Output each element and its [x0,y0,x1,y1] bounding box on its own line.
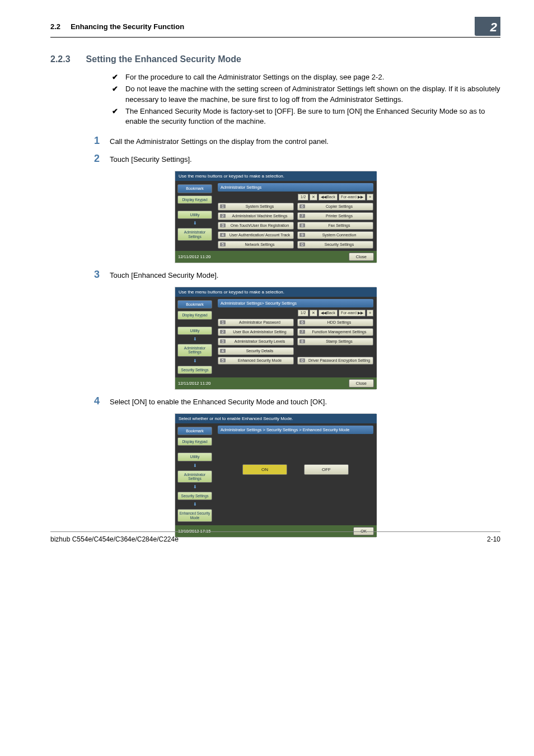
check-item: For the procedure to call the Administra… [112,72,500,83]
page-footer: bizhub C554e/C454e/C364e/C284e/C224e 2-1… [50,531,500,543]
panel-sidebar: Bookmark Display Keypad Utility ⬇ Admini… [175,181,214,251]
pane-title: Administrator Settings [218,183,373,192]
checkmark-list: For the procedure to call the Administra… [112,72,500,127]
step-number: 4 [90,395,100,408]
menu-item[interactable]: 5Enhanced Security Mode [218,357,294,365]
arrow-down-icon: ⬇ [177,464,212,468]
menu-item[interactable]: 7Function Management Settings [297,328,373,336]
enhanced-security-mode-panel: Select whether or not to enable Enhanced… [175,413,376,538]
back-button[interactable]: ◀◀Back [318,194,338,200]
utility-button[interactable]: Utility [177,326,212,335]
arrow-down-icon: ⬇ [177,502,212,507]
off-button[interactable]: OFF [304,464,349,475]
list-icon[interactable]: ≡ [367,310,373,316]
timestamp: 12/11/2012 11:20 [178,381,210,386]
back-button[interactable]: ✕ [310,310,317,316]
step-text: Call the Administrator Settings on the d… [110,135,329,147]
admin-settings-panel: Use the menu buttons or keypad to make a… [175,171,376,263]
chapter-badge: 2 [475,17,500,36]
menu-item[interactable]: 4User Authentication/ Account Track [218,231,294,239]
step-text: Select [ON] to enable the Enhanced Secur… [110,395,327,408]
menu-item[interactable]: 5Network Settings [218,241,294,249]
menu-item[interactable]: 1Administrator Password [218,319,294,326]
step-number: 1 [90,135,100,147]
menu-item[interactable]: 8Fax Settings [297,222,373,230]
display-keypad-button[interactable]: Display Keypad [177,311,212,319]
security-settings-button[interactable]: Security Settings [177,366,212,374]
arrow-down-icon: ⬇ [177,221,212,226]
menu-item[interactable]: 8Stamp Settings [297,338,373,346]
panel-sidebar: Bookmark Display Keypad Utility ⬇ Admini… [175,297,214,377]
page-indicator: 1/2 [298,310,309,316]
check-item: The Enhanced Security Mode is factory-se… [112,106,500,128]
back-button[interactable]: ✕ [310,194,317,200]
page-indicator: 1/2 [298,194,309,200]
menu-item[interactable]: 3One-Touch/User Box Registration [218,222,294,230]
admin-settings-button[interactable]: Administrator Settings [177,228,212,240]
panel-sidebar: Bookmark Display Keypad Utility ⬇ Admini… [175,423,214,525]
panel-instruction: Use the menu buttons or keypad to make a… [175,171,377,181]
footer-model: bizhub C554e/C454e/C364e/C284e/C224e [50,535,179,543]
section-heading: 2.2.3 Setting the Enhanced Security Mode [50,54,500,64]
step: 2 Touch [Security Settings]. [90,153,500,165]
panel-instruction: Select whether or not to enable Enhanced… [175,414,377,423]
security-settings-panel: Use the menu buttons or keypad to make a… [175,287,376,390]
menu-item[interactable]: 9System Connection [297,231,373,239]
menu-item[interactable]: 0Security Settings [297,241,373,249]
menu-item[interactable]: 1System Settings [218,203,294,211]
step-text: Touch [Enhanced Security Mode]. [110,269,218,281]
forward-button[interactable]: For-ward ▶▶ [339,194,366,200]
enhanced-security-button[interactable]: Enhanced Security Mode [177,509,212,521]
menu-item[interactable]: 2User Box Administrator Setting [218,328,294,336]
close-button[interactable]: Close [349,253,374,261]
utility-button[interactable]: Utility [177,452,212,461]
menu-item[interactable]: 0Driver Password Encryption Setting [297,357,373,365]
bookmark-tab[interactable]: Bookmark [177,300,212,309]
menu-item[interactable]: 4Security Details [218,347,294,355]
heading-number: 2.2.3 [50,54,71,64]
header-section-title: Enhancing the Security Function [71,22,184,31]
bookmark-tab[interactable]: Bookmark [177,427,212,436]
running-header: 2.2 Enhancing the Security Function 2 [50,22,500,38]
panel-instruction: Use the menu buttons or keypad to make a… [175,287,377,297]
menu-item[interactable]: 7Printer Settings [297,212,373,220]
close-button[interactable]: Close [349,379,374,388]
list-icon[interactable]: ≡ [367,194,373,200]
header-section-num: 2.2 [50,22,60,31]
step-text: Touch [Security Settings]. [110,153,192,165]
pane-title: Administrator Settings> Security Setting… [218,299,373,307]
step-number: 3 [90,269,100,281]
check-item: Do not leave the machine with the settin… [112,84,500,105]
security-settings-button[interactable]: Security Settings [177,492,212,500]
arrow-down-icon: ⬇ [177,337,212,342]
arrow-down-icon: ⬇ [177,359,212,363]
heading-title: Setting the Enhanced Security Mode [86,54,241,64]
menu-item[interactable]: 2Administrator/ Machine Settings [218,212,294,220]
step: 3 Touch [Enhanced Security Mode]. [90,269,500,281]
step-number: 2 [90,153,100,165]
display-keypad-button[interactable]: Display Keypad [177,195,212,204]
step: 4 Select [ON] to enable the Enhanced Sec… [90,395,500,408]
back-button[interactable]: ◀◀Back [318,310,338,316]
forward-button[interactable]: For-ward ▶▶ [339,310,366,316]
pane-title: Administrator Settings > Security Settin… [218,426,373,434]
bookmark-tab[interactable]: Bookmark [177,184,212,193]
menu-item[interactable]: 3Administrator Security Levels [218,338,294,346]
display-keypad-button[interactable]: Display Keypad [177,437,212,446]
footer-page: 2-10 [487,535,500,543]
menu-item[interactable]: 6HDD Settings [297,319,373,326]
step: 1 Call the Administrator Settings on the… [90,135,500,147]
arrow-down-icon: ⬇ [177,485,212,489]
on-button[interactable]: ON [242,464,287,475]
utility-button[interactable]: Utility [177,211,212,220]
admin-settings-button[interactable]: Administrator Settings [177,470,212,483]
menu-item[interactable]: 6Copier Settings [297,203,373,211]
admin-settings-button[interactable]: Administrator Settings [177,344,212,356]
timestamp: 12/11/2012 11:20 [178,254,210,259]
